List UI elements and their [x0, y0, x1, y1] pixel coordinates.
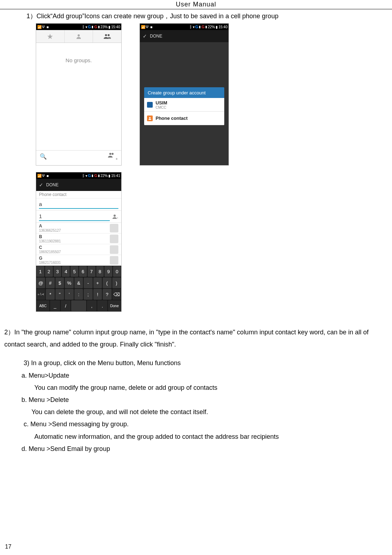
no-groups-text: No groups.: [65, 57, 92, 63]
contact-number: 13611902881: [39, 239, 61, 243]
key[interactable]: *: [46, 289, 54, 300]
avatar-icon: [110, 256, 118, 265]
contacts-tabs: ★: [36, 30, 121, 43]
tab-groups[interactable]: [93, 30, 121, 43]
signal-icon: 📶: [37, 25, 41, 29]
step-a: a. Menu>Update: [0, 369, 392, 382]
dialog-option-usim[interactable]: USIM CMCC: [144, 98, 224, 112]
key[interactable]: :: [74, 289, 83, 300]
svg-point-4: [112, 153, 114, 155]
key[interactable]: /: [61, 300, 71, 311]
key[interactable]: ,: [87, 300, 97, 311]
psi-icon: Ψ: [146, 25, 149, 29]
key[interactable]: .: [97, 300, 107, 311]
key[interactable]: 1: [36, 266, 44, 277]
contact-row[interactable]: B13611902881: [36, 234, 121, 244]
done-bar[interactable]: ✓ DONE: [36, 179, 121, 191]
square-icon: ■: [150, 25, 154, 29]
contact-number: 18692185507: [39, 250, 61, 254]
key-abc[interactable]: ABC: [36, 300, 49, 311]
psi-icon: Ψ: [42, 174, 45, 177]
signal-bars-2-icon: ▮: [98, 25, 100, 29]
key[interactable]: _: [50, 300, 60, 311]
done-bar[interactable]: ✓ DONE: [140, 30, 229, 42]
contact-list: A13636625127 B13611902881 C18692185507 G…: [36, 223, 121, 266]
add-group-icon[interactable]: +: [108, 152, 118, 161]
key-symbols[interactable]: = \ <: [36, 289, 45, 300]
key[interactable]: 5: [70, 266, 78, 277]
group-name-input[interactable]: [39, 200, 118, 209]
page-number: 17: [5, 544, 11, 550]
phone-screenshot-1: 📶 Ψ ■ ᛒ ▾ G ▮ G ▮ 23% ▮ 15:40 ★: [36, 23, 122, 166]
contact-number: 18621716031: [39, 261, 61, 265]
search-icon[interactable]: 🔍: [40, 153, 47, 160]
contact-row[interactable]: G18621716031: [36, 255, 121, 266]
key[interactable]: 7: [88, 266, 95, 277]
svg-point-5: [149, 117, 151, 118]
groups-empty-body: No groups.: [36, 43, 121, 150]
battery-percent: 22%: [208, 25, 215, 29]
key[interactable]: %: [65, 278, 73, 288]
bottom-toolbar: 🔍 +: [36, 150, 121, 162]
contact-letter: A: [39, 224, 61, 229]
key[interactable]: 6: [79, 266, 87, 277]
bluetooth-icon: ᛒ: [82, 173, 85, 178]
contact-icon: [147, 116, 153, 121]
signal-icon: 📶: [37, 174, 41, 177]
key[interactable]: 8: [96, 266, 104, 277]
key[interactable]: 3: [54, 266, 62, 277]
contact-row[interactable]: C18692185507: [36, 244, 121, 255]
clock: 15:40: [219, 25, 227, 29]
key-delete[interactable]: ⌫: [112, 289, 121, 300]
usim-title: USIM: [156, 100, 167, 105]
phone-contact-title: Phone contact: [156, 116, 188, 121]
wifi-icon: ▾: [193, 25, 195, 29]
key-done[interactable]: Done: [108, 300, 121, 311]
dialog-title: Create group under account: [144, 87, 224, 98]
key[interactable]: +: [93, 278, 102, 288]
status-bar: 📶 Ψ ■ ᛒ ▾ G ▮ G ▮ 23% ▮ 15:40: [36, 24, 121, 30]
key[interactable]: ?: [103, 289, 111, 300]
keyboard: 1 2 3 4 5 6 7 8 9 0 @ # $ % & - + ( ): [36, 266, 121, 311]
tab-favorites[interactable]: ★: [36, 30, 65, 43]
key[interactable]: 2: [45, 266, 53, 277]
key[interactable]: 9: [104, 266, 112, 277]
clock: 15:41: [111, 174, 120, 178]
step-c: c. Menu >Send messaging by group.: [0, 418, 392, 430]
contact-search-input[interactable]: [39, 212, 110, 221]
clock: 15:40: [111, 25, 120, 29]
contact-row[interactable]: A13636625127: [36, 223, 121, 234]
key[interactable]: ": [55, 289, 64, 300]
key[interactable]: !: [93, 289, 102, 300]
tab-contacts[interactable]: [65, 30, 93, 43]
status-bar: 📶 Ψ ■ ᛒ ▾ G ▮ G ▮ 22% ▮ 15:40: [140, 24, 229, 30]
section-label: Phone contact: [36, 191, 121, 198]
avatar-icon: [110, 235, 118, 243]
key[interactable]: ): [112, 278, 121, 288]
battery-percent: 22%: [101, 174, 108, 178]
screenshot-row-1: 📶 Ψ ■ ᛒ ▾ G ▮ G ▮ 23% ▮ 15:40 ★: [0, 23, 392, 166]
dialog-option-phone-contact[interactable]: Phone contact: [144, 112, 224, 125]
step-3-text: 3) In a group, click on the Menu button,…: [0, 357, 392, 369]
key[interactable]: -: [84, 278, 92, 288]
group-name-input-row: [36, 198, 121, 211]
person-icon: [75, 33, 82, 40]
contact-letter: B: [39, 234, 61, 239]
done-label: DONE: [150, 34, 162, 39]
key[interactable]: ;: [84, 289, 92, 300]
signal-bars-icon: ▮: [199, 25, 201, 29]
contact-search-input-row: +: [36, 211, 121, 223]
done-label: DONE: [46, 182, 59, 187]
key[interactable]: 0: [113, 266, 121, 277]
key[interactable]: &: [74, 278, 83, 288]
key[interactable]: ': [65, 289, 73, 300]
key[interactable]: $: [55, 278, 64, 288]
key[interactable]: 4: [62, 266, 70, 277]
add-contact-icon[interactable]: +: [112, 214, 118, 220]
contact-letter: G: [39, 256, 61, 261]
square-icon: ■: [46, 174, 50, 177]
key[interactable]: @: [36, 278, 45, 288]
key[interactable]: #: [46, 278, 54, 288]
key[interactable]: (: [103, 278, 111, 288]
key-space[interactable]: [71, 300, 86, 311]
